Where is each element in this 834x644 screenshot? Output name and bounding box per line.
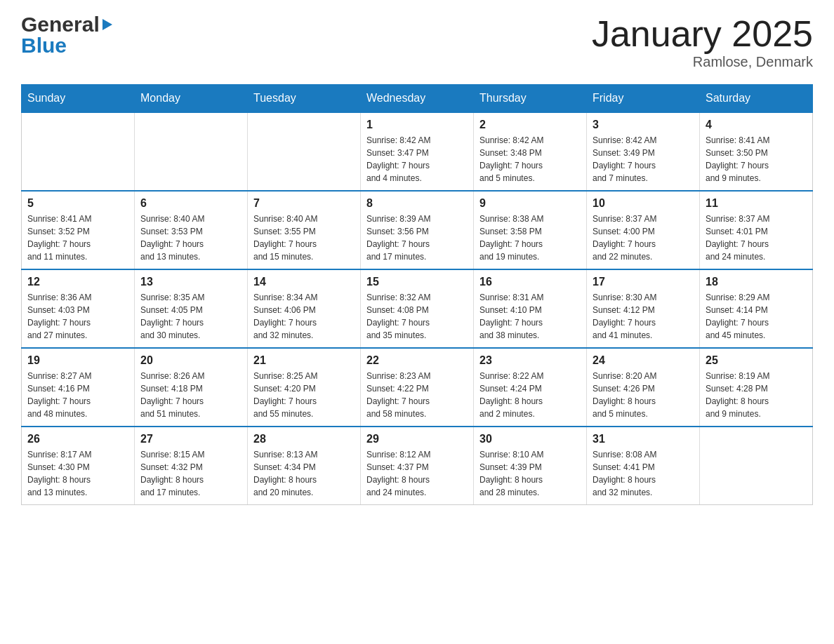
calendar-cell: 21Sunrise: 8:25 AMSunset: 4:20 PMDayligh…: [248, 348, 361, 427]
day-info: Sunrise: 8:31 AMSunset: 4:10 PMDaylight:…: [479, 291, 581, 342]
day-info: Sunrise: 8:41 AMSunset: 3:50 PMDaylight:…: [706, 134, 807, 185]
day-info: Sunrise: 8:36 AMSunset: 4:03 PMDaylight:…: [27, 291, 128, 342]
day-number: 26: [27, 433, 128, 445]
day-info: Sunrise: 8:15 AMSunset: 4:32 PMDaylight:…: [140, 448, 241, 499]
day-number: 23: [479, 354, 581, 367]
day-number: 19: [27, 354, 128, 367]
day-info: Sunrise: 8:37 AMSunset: 4:00 PMDaylight:…: [593, 213, 694, 263]
calendar-cell: 14Sunrise: 8:34 AMSunset: 4:06 PMDayligh…: [248, 269, 361, 348]
day-number: 18: [706, 276, 807, 288]
logo-blue: Blue: [21, 35, 67, 56]
calendar-cell: 15Sunrise: 8:32 AMSunset: 4:08 PMDayligh…: [361, 269, 474, 348]
day-number: 28: [253, 433, 355, 445]
day-number: 30: [479, 433, 581, 445]
calendar-cell: [22, 112, 135, 191]
day-info: Sunrise: 8:22 AMSunset: 4:24 PMDaylight:…: [479, 370, 581, 420]
day-info: Sunrise: 8:37 AMSunset: 4:01 PMDaylight:…: [706, 213, 807, 263]
weekday-header-row: SundayMondayTuesdayWednesdayThursdayFrid…: [22, 85, 813, 113]
calendar-cell: 24Sunrise: 8:20 AMSunset: 4:26 PMDayligh…: [587, 348, 700, 427]
logo: General Blue: [21, 14, 112, 56]
calendar-subtitle: Ramlose, Denmark: [592, 54, 813, 70]
day-info: Sunrise: 8:39 AMSunset: 3:56 PMDaylight:…: [366, 213, 468, 263]
day-info: Sunrise: 8:29 AMSunset: 4:14 PMDaylight:…: [706, 291, 807, 342]
weekday-saturday: Saturday: [700, 85, 813, 113]
day-number: 7: [253, 197, 355, 210]
day-number: 22: [366, 354, 468, 367]
calendar-table: SundayMondayTuesdayWednesdayThursdayFrid…: [21, 84, 813, 505]
day-number: 20: [140, 354, 241, 367]
calendar-cell: 22Sunrise: 8:23 AMSunset: 4:22 PMDayligh…: [361, 348, 474, 427]
weekday-wednesday: Wednesday: [361, 85, 474, 113]
calendar-cell: 17Sunrise: 8:30 AMSunset: 4:12 PMDayligh…: [587, 269, 700, 348]
weekday-thursday: Thursday: [474, 85, 587, 113]
calendar-cell: [248, 112, 361, 191]
day-number: 11: [706, 197, 807, 210]
day-info: Sunrise: 8:23 AMSunset: 4:22 PMDaylight:…: [366, 370, 468, 420]
calendar-cell: 4Sunrise: 8:41 AMSunset: 3:50 PMDaylight…: [700, 112, 813, 191]
logo-general-text: General: [21, 14, 100, 35]
calendar-cell: 28Sunrise: 8:13 AMSunset: 4:34 PMDayligh…: [248, 427, 361, 505]
day-number: 1: [366, 119, 468, 131]
day-info: Sunrise: 8:40 AMSunset: 3:55 PMDaylight:…: [253, 213, 355, 263]
day-info: Sunrise: 8:34 AMSunset: 4:06 PMDaylight:…: [253, 291, 355, 342]
day-info: Sunrise: 8:30 AMSunset: 4:12 PMDaylight:…: [593, 291, 694, 342]
logo-triangle-icon: [102, 19, 112, 30]
title-block: January 2025 Ramlose, Denmark: [592, 14, 813, 70]
calendar-cell: 23Sunrise: 8:22 AMSunset: 4:24 PMDayligh…: [474, 348, 587, 427]
calendar-cell: 12Sunrise: 8:36 AMSunset: 4:03 PMDayligh…: [22, 269, 135, 348]
day-number: 24: [593, 354, 694, 367]
weekday-friday: Friday: [587, 85, 700, 113]
day-number: 12: [27, 276, 128, 288]
day-number: 2: [479, 119, 581, 131]
day-number: 14: [253, 276, 355, 288]
day-info: Sunrise: 8:26 AMSunset: 4:18 PMDaylight:…: [140, 370, 241, 420]
calendar-cell: 29Sunrise: 8:12 AMSunset: 4:37 PMDayligh…: [361, 427, 474, 505]
calendar-cell: 26Sunrise: 8:17 AMSunset: 4:30 PMDayligh…: [22, 427, 135, 505]
calendar-cell: [135, 112, 248, 191]
week-row-3: 12Sunrise: 8:36 AMSunset: 4:03 PMDayligh…: [22, 269, 813, 348]
day-info: Sunrise: 8:17 AMSunset: 4:30 PMDaylight:…: [27, 448, 128, 499]
calendar-cell: 8Sunrise: 8:39 AMSunset: 3:56 PMDaylight…: [361, 191, 474, 269]
day-number: 15: [366, 276, 468, 288]
calendar-cell: 25Sunrise: 8:19 AMSunset: 4:28 PMDayligh…: [700, 348, 813, 427]
week-row-1: 1Sunrise: 8:42 AMSunset: 3:47 PMDaylight…: [22, 112, 813, 191]
day-number: 25: [706, 354, 807, 367]
day-info: Sunrise: 8:10 AMSunset: 4:39 PMDaylight:…: [479, 448, 581, 499]
day-info: Sunrise: 8:40 AMSunset: 3:53 PMDaylight:…: [140, 213, 241, 263]
calendar-cell: 3Sunrise: 8:42 AMSunset: 3:49 PMDaylight…: [587, 112, 700, 191]
day-number: 8: [366, 197, 468, 210]
day-info: Sunrise: 8:42 AMSunset: 3:49 PMDaylight:…: [593, 134, 694, 185]
day-number: 10: [593, 197, 694, 210]
day-info: Sunrise: 8:12 AMSunset: 4:37 PMDaylight:…: [366, 448, 468, 499]
day-number: 17: [593, 276, 694, 288]
weekday-sunday: Sunday: [22, 85, 135, 113]
page-header: General Blue January 2025 Ramlose, Denma…: [21, 14, 813, 70]
calendar-title: January 2025: [592, 14, 813, 54]
calendar-cell: 27Sunrise: 8:15 AMSunset: 4:32 PMDayligh…: [135, 427, 248, 505]
calendar-cell: 9Sunrise: 8:38 AMSunset: 3:58 PMDaylight…: [474, 191, 587, 269]
day-number: 3: [593, 119, 694, 131]
week-row-4: 19Sunrise: 8:27 AMSunset: 4:16 PMDayligh…: [22, 348, 813, 427]
day-number: 5: [27, 197, 128, 210]
calendar-cell: 19Sunrise: 8:27 AMSunset: 4:16 PMDayligh…: [22, 348, 135, 427]
day-number: 13: [140, 276, 241, 288]
day-info: Sunrise: 8:25 AMSunset: 4:20 PMDaylight:…: [253, 370, 355, 420]
calendar-header: SundayMondayTuesdayWednesdayThursdayFrid…: [22, 85, 813, 113]
day-info: Sunrise: 8:42 AMSunset: 3:47 PMDaylight:…: [366, 134, 468, 185]
calendar-cell: 11Sunrise: 8:37 AMSunset: 4:01 PMDayligh…: [700, 191, 813, 269]
day-info: Sunrise: 8:20 AMSunset: 4:26 PMDaylight:…: [593, 370, 694, 420]
day-number: 16: [479, 276, 581, 288]
day-info: Sunrise: 8:35 AMSunset: 4:05 PMDaylight:…: [140, 291, 241, 342]
day-info: Sunrise: 8:32 AMSunset: 4:08 PMDaylight:…: [366, 291, 468, 342]
day-info: Sunrise: 8:27 AMSunset: 4:16 PMDaylight:…: [27, 370, 128, 420]
day-info: Sunrise: 8:38 AMSunset: 3:58 PMDaylight:…: [479, 213, 581, 263]
calendar-cell: 30Sunrise: 8:10 AMSunset: 4:39 PMDayligh…: [474, 427, 587, 505]
calendar-cell: 1Sunrise: 8:42 AMSunset: 3:47 PMDaylight…: [361, 112, 474, 191]
day-number: 31: [593, 433, 694, 445]
day-info: Sunrise: 8:41 AMSunset: 3:52 PMDaylight:…: [27, 213, 128, 263]
day-number: 6: [140, 197, 241, 210]
calendar-cell: [700, 427, 813, 505]
weekday-tuesday: Tuesday: [248, 85, 361, 113]
calendar-cell: 10Sunrise: 8:37 AMSunset: 4:00 PMDayligh…: [587, 191, 700, 269]
day-info: Sunrise: 8:19 AMSunset: 4:28 PMDaylight:…: [706, 370, 807, 420]
